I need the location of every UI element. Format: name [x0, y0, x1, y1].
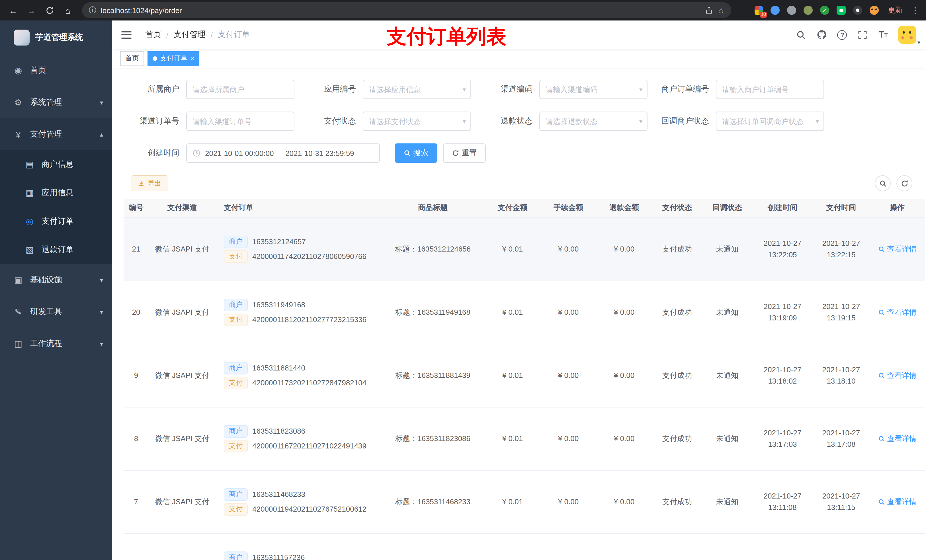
hamburger-icon[interactable] [112, 21, 141, 49]
sidebar-item-infra[interactable]: ▣ 基础设施 ▾ [0, 264, 112, 296]
page-content: 所属商户 应用编号 ▾ 渠道编码 ▾ 商户订单编号 [112, 68, 926, 560]
filter-row-1: 所属商户 应用编号 ▾ 渠道编码 ▾ 商户订单编号 [124, 80, 926, 99]
sidebar-item-payment[interactable]: ¥ 支付管理 ▴ [0, 118, 112, 150]
sidebar-item-merchant-info[interactable]: ▤ 商户信息 [0, 150, 112, 179]
view-detail-link[interactable]: 查看详情 [878, 307, 917, 317]
goods-title: 标题：1635312124656 [395, 245, 471, 253]
col-paid: 支付时间 [813, 199, 870, 217]
field-label: 商户订单编号 [653, 84, 716, 95]
refund-status-select[interactable] [546, 117, 641, 125]
pay-amount: ¥ 0.01 [502, 245, 523, 253]
browser-back-icon[interactable]: ← [6, 3, 21, 18]
callback-status-select[interactable] [722, 117, 818, 125]
date-range-input[interactable]: 2021-10-01 00:00:00 - 2021-10-31 23:59:5… [186, 143, 380, 163]
sidebar-item-refund-order[interactable]: ▧ 退款订单 [0, 235, 112, 264]
extension-collage-icon[interactable]: 10 [754, 5, 764, 15]
created-time-cell: 2021-10-2713:18:02 [752, 344, 813, 407]
paid-time-cell: 2021-10-2713:11:15 [813, 470, 870, 533]
search-button[interactable]: 搜索 [395, 143, 437, 163]
merchant-order-no: 1635311881440 [252, 364, 305, 372]
breadcrumb-home[interactable]: 首页 [145, 30, 161, 40]
sidebar-item-home[interactable]: ◉ 首页 [0, 54, 112, 86]
hide-search-button[interactable] [875, 175, 891, 191]
pay-channel: 微信 JSAPI 支付 [155, 308, 210, 316]
sidebar-item-system[interactable]: ⚙ 系统管理 ▾ [0, 86, 112, 118]
view-detail-link[interactable]: 查看详情 [878, 370, 917, 380]
merchant-input[interactable] [192, 85, 288, 94]
search-icon[interactable] [791, 21, 811, 49]
breadcrumb-payment[interactable]: 支付管理 [174, 30, 206, 40]
fullscreen-icon[interactable] [853, 21, 873, 49]
avatar-caret-icon[interactable]: ▾ [917, 39, 920, 49]
col-title: 商品标题 [381, 199, 485, 217]
pay-status: 支付成功 [662, 497, 692, 506]
pin-extension-icon[interactable] [853, 5, 863, 15]
chevron-down-icon: ▾ [100, 340, 103, 347]
created-time-cell: 2021-10-2713:17:03 [752, 407, 813, 470]
breadcrumb-separator: / [211, 30, 213, 39]
logo-avatar [14, 30, 30, 45]
github-icon[interactable] [811, 21, 832, 49]
browser-update-button[interactable]: 更新 [885, 5, 905, 15]
merchant-tag: 商户 [224, 235, 248, 248]
browser-refresh-icon[interactable] [42, 3, 57, 18]
merchant-tag: 商户 [224, 425, 248, 437]
table-header-row: 编号 支付渠道 支付订单 商品标题 支付金额 手续金额 退款金额 支付状态 回调… [124, 199, 925, 217]
export-button[interactable]: 导出 [132, 175, 168, 191]
sidebar-item-workflow[interactable]: ◫ 工作流程 ▾ [0, 328, 112, 360]
sidebar-item-pay-order[interactable]: ◎ 支付订单 [0, 207, 112, 235]
user-avatar[interactable] [898, 26, 916, 44]
gear-icon: ⚙ [12, 97, 24, 107]
tab-pay-order[interactable]: 支付订单 × [147, 51, 199, 66]
face-extension-icon[interactable] [869, 5, 879, 15]
filter-pay-status: 支付状态 ▾ [300, 112, 471, 131]
help-icon[interactable]: ? [832, 21, 853, 49]
field-label: 支付状态 [300, 116, 363, 126]
logo-title: 芋道管理系统 [35, 32, 83, 43]
view-detail-link[interactable]: 查看详情 [878, 497, 917, 507]
tab-home[interactable]: 首页 [120, 51, 144, 66]
font-size-icon[interactable]: TT [873, 21, 894, 49]
table-row: 商户 1635311157236 支付 查看详情 [124, 533, 925, 560]
sidebar-item-label: 基础设施 [30, 275, 62, 285]
gray-extension-icon[interactable] [787, 5, 797, 15]
field-label: 创建时间 [124, 148, 186, 158]
channel-code-select[interactable] [546, 85, 641, 94]
logo: 芋道管理系统 [0, 21, 112, 54]
sidebar-item-app-info[interactable]: ▦ 应用信息 [0, 179, 112, 207]
field-label: 渠道订单号 [124, 116, 186, 126]
check-extension-icon[interactable]: ✓ [820, 5, 830, 15]
chat-extension-icon[interactable] [836, 5, 846, 15]
refresh-table-button[interactable] [896, 175, 912, 191]
browser-home-icon[interactable]: ⌂ [61, 3, 75, 18]
sidebar-item-label: 应用信息 [42, 188, 73, 198]
order-id: 9 [134, 371, 138, 380]
date-separator: - [278, 149, 281, 157]
view-detail-link[interactable]: 查看详情 [878, 433, 917, 444]
app-no-select[interactable] [369, 85, 465, 94]
channel-order-no-input[interactable] [192, 117, 288, 125]
olive-extension-icon[interactable] [803, 5, 813, 15]
view-detail-link[interactable]: 查看详情 [878, 244, 917, 254]
bookmark-star-icon[interactable]: ☆ [718, 6, 725, 15]
table-row: 8 微信 JSAPI 支付 商户 1635311823086 支付 420000… [124, 407, 925, 470]
share-icon[interactable] [705, 6, 713, 14]
table-row: 9 微信 JSAPI 支付 商户 1635311881440 支付 420000… [124, 344, 925, 407]
site-info-icon[interactable]: ⓘ [89, 5, 96, 15]
drop-extension-icon[interactable] [770, 5, 780, 15]
pay-status-select[interactable] [369, 117, 465, 125]
merchant-order-no: 1635312124657 [252, 237, 306, 246]
tab-label: 支付订单 [160, 53, 188, 63]
browser-menu-icon[interactable]: ⋮ [911, 6, 919, 15]
sidebar-item-devtools[interactable]: ✎ 研发工具 ▾ [0, 296, 112, 328]
reset-button[interactable]: 重置 [443, 143, 486, 163]
table-row: 7 微信 JSAPI 支付 商户 1635311468233 支付 420000… [124, 470, 925, 533]
paid-time-cell: 2021-10-2713:22:15 [813, 217, 870, 281]
merchant-tag: 商户 [224, 551, 248, 560]
url-bar[interactable]: ⓘ localhost:1024/pay/order ☆ [82, 2, 731, 18]
close-icon[interactable]: × [190, 55, 194, 62]
col-channel: 支付渠道 [149, 199, 216, 217]
browser-forward-icon[interactable]: → [24, 3, 39, 18]
merchant-order-no-input[interactable] [722, 85, 818, 94]
order-id: 21 [132, 245, 141, 253]
